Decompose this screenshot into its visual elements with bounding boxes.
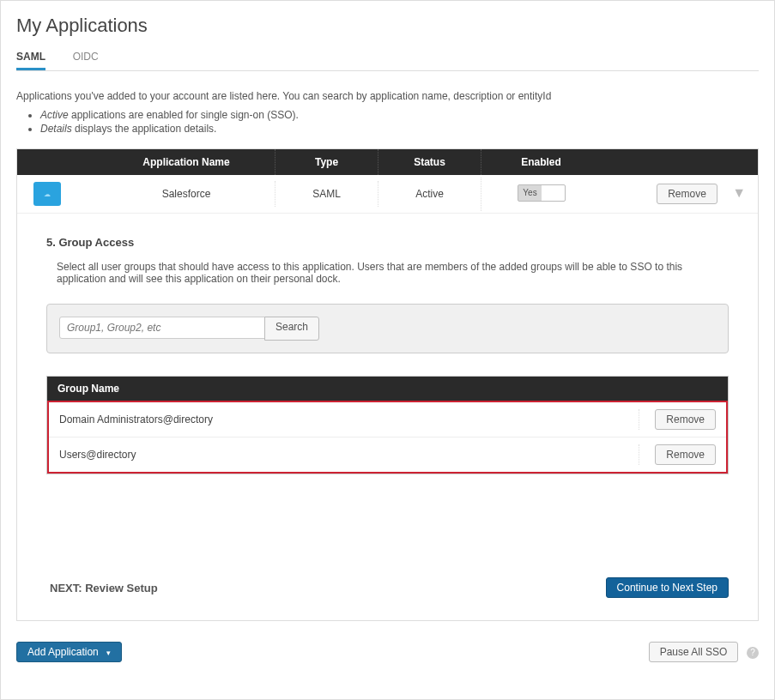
col-header-enabled: Enabled <box>481 149 601 175</box>
bullet-details-rest: displays the application details. <box>72 123 217 135</box>
group-search-input[interactable] <box>59 317 265 339</box>
group-row: Users@directory Remove <box>49 437 726 472</box>
step-description: Select all user groups that should have … <box>57 261 729 285</box>
app-status-link[interactable]: Active <box>378 181 481 207</box>
tabs: SAML OIDC <box>16 45 759 71</box>
bullet-active: Active applications are enabled for sing… <box>40 109 759 121</box>
bullet-details: Details displays the application details… <box>40 123 759 135</box>
app-name: Salesforce <box>77 181 275 207</box>
group-search-box: Search <box>46 304 729 353</box>
step-title: 5. Group Access <box>46 236 729 249</box>
applications-panel: Application Name Type Status Enabled ☁ S… <box>16 148 759 621</box>
page-action-bar: Add Application ▾ Pause All SSO ? <box>16 642 759 662</box>
help-icon[interactable]: ? <box>747 647 759 659</box>
group-name: Domain Administrators@directory <box>59 413 213 425</box>
group-table-header: Group Name <box>47 377 728 401</box>
group-rows-highlight: Domain Administrators@directory Remove U… <box>47 401 728 474</box>
intro-text: Applications you've added to your accoun… <box>16 90 759 102</box>
enabled-toggle[interactable]: Yes <box>518 184 566 202</box>
remove-app-button[interactable]: Remove <box>657 184 717 204</box>
app-type: SAML <box>275 181 378 207</box>
bullet-active-rest: applications are enabled for single sign… <box>69 109 299 121</box>
applications-header: Application Name Type Status Enabled <box>17 149 758 175</box>
tab-oidc[interactable]: OIDC <box>73 45 99 70</box>
intro-bullets: Active applications are enabled for sing… <box>28 109 759 135</box>
next-step-label: NEXT: Review Setup <box>50 582 158 594</box>
add-application-button[interactable]: Add Application ▾ <box>16 642 122 662</box>
expand-row-icon[interactable]: ▼ <box>732 185 746 200</box>
add-application-label: Add Application <box>27 646 99 658</box>
step-footer: NEXT: Review Setup Continue to Next Step <box>46 577 729 612</box>
page-title: My Applications <box>16 15 759 37</box>
bullet-active-em: Active <box>40 109 69 121</box>
caret-down-icon: ▾ <box>106 649 111 657</box>
col-header-status: Status <box>378 149 481 175</box>
group-name: Users@directory <box>59 449 136 461</box>
salesforce-icon: ☁ <box>33 182 61 206</box>
enabled-toggle-label: Yes <box>518 185 542 201</box>
bullet-details-em: Details <box>40 123 72 135</box>
group-table: Group Name Domain Administrators@directo… <box>46 376 729 474</box>
application-row: ☁ Salesforce SAML Active Yes Remove ▼ <box>17 175 758 214</box>
group-row: Domain Administrators@directory Remove <box>49 402 726 437</box>
step-panel: 5. Group Access Select all user groups t… <box>17 214 758 620</box>
group-search-button[interactable]: Search <box>264 317 319 341</box>
pause-sso-button[interactable]: Pause All SSO <box>649 642 739 662</box>
tab-saml[interactable]: SAML <box>16 45 45 70</box>
continue-button[interactable]: Continue to Next Step <box>606 577 729 598</box>
remove-group-button[interactable]: Remove <box>655 444 716 465</box>
col-header-type: Type <box>275 149 378 175</box>
remove-group-button[interactable]: Remove <box>655 409 716 430</box>
col-header-name: Application Name <box>77 149 275 175</box>
